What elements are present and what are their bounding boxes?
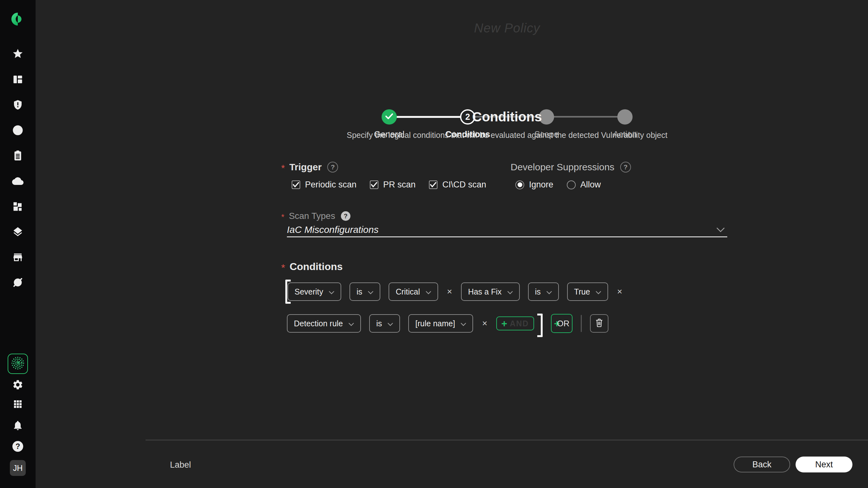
select-underline — [287, 236, 727, 237]
checkbox-label: Periodic scan — [305, 180, 356, 190]
checkbox-label: CI\CD scan — [442, 180, 486, 190]
group-bracket-close — [537, 313, 542, 337]
checkbox-label: PR scan — [383, 180, 415, 190]
radio-allow[interactable]: Allow — [567, 180, 601, 190]
plus-icon: + — [501, 318, 507, 329]
scan-types-label: Scan Types — [289, 211, 335, 221]
clipboard-icon — [12, 150, 24, 163]
radio-icon[interactable] — [567, 180, 576, 189]
chevron-down-icon — [461, 319, 466, 328]
chip-text: Severity — [294, 287, 323, 297]
checkbox-pr-scan[interactable]: PR scan — [370, 180, 415, 190]
delete-group-button[interactable] — [590, 314, 609, 333]
sidebar-item-apps[interactable] — [11, 398, 25, 412]
add-and-button[interactable]: + AND — [496, 316, 534, 330]
chip-text: [rule name] — [415, 319, 455, 328]
shield-alert-icon — [12, 99, 24, 112]
group-bracket-open — [285, 280, 291, 304]
checkbox-icon[interactable] — [370, 180, 378, 189]
back-button[interactable]: Back — [734, 457, 790, 472]
sidebar-item-layers[interactable] — [11, 225, 25, 240]
sidebar-item-widgets[interactable] — [11, 200, 25, 214]
chip-text: Detection rule — [294, 319, 343, 328]
trigger-heading: * Trigger ? — [281, 162, 338, 173]
bell-icon — [12, 420, 24, 432]
sidebar-item-dashboard[interactable] — [11, 73, 25, 87]
condition-value-select[interactable]: True — [567, 282, 608, 301]
chevron-down-icon — [348, 319, 354, 328]
condition-row-1: Severity is Critical × Has a Fix is True… — [287, 282, 623, 301]
storefront-icon — [12, 252, 24, 264]
chevron-down-icon — [368, 287, 373, 297]
sidebar-item-gauge[interactable] — [11, 276, 25, 290]
add-or-label: OR — [557, 319, 569, 329]
radio-label: Allow — [581, 180, 601, 190]
chip-text: is — [376, 319, 382, 328]
sidebar-item-reports[interactable] — [11, 149, 25, 163]
chip-text: is — [356, 287, 362, 297]
remove-condition-button[interactable]: × — [446, 286, 453, 297]
sidebar-item-cloud[interactable] — [11, 175, 25, 189]
sidebar: ? JH — [0, 0, 36, 488]
gauge-icon — [12, 277, 24, 289]
scan-types-select[interactable]: IaC Misconfigurations — [287, 224, 727, 235]
brand-logo-icon[interactable] — [11, 12, 25, 26]
sidebar-item-help[interactable]: ? — [11, 439, 25, 453]
page-subtitle: Specify the logical conditions that will… — [287, 130, 727, 140]
required-asterisk: * — [281, 213, 284, 221]
condition-operator-select[interactable]: is — [528, 282, 559, 301]
checkbox-cicd-scan[interactable]: CI\CD scan — [429, 180, 486, 190]
chevron-down-icon — [388, 319, 393, 328]
scan-types-help-icon[interactable]: ? — [341, 211, 350, 221]
required-asterisk: * — [281, 263, 285, 273]
target-icon — [12, 125, 24, 137]
checkbox-icon[interactable] — [292, 180, 300, 189]
layers-icon — [12, 226, 24, 239]
sidebar-item-favorites[interactable] — [11, 47, 25, 61]
next-button[interactable]: Next — [796, 457, 852, 472]
chip-text: Critical — [396, 287, 420, 297]
radio-label: Ignore — [529, 180, 554, 190]
remove-condition-button[interactable]: × — [616, 286, 623, 297]
developer-suppressions-options: Ignore Allow — [515, 180, 601, 190]
add-and-label: AND — [509, 319, 529, 328]
checkbox-periodic-scan[interactable]: Periodic scan — [292, 180, 356, 190]
sidebar-item-notifications[interactable] — [11, 419, 25, 433]
widgets-icon — [12, 201, 24, 214]
trash-icon — [594, 318, 604, 329]
condition-field-select[interactable]: Severity — [287, 282, 341, 301]
chevron-down-icon — [329, 287, 334, 297]
condition-operator-select[interactable]: is — [349, 282, 380, 301]
condition-field-select[interactable]: Has a Fix — [461, 282, 520, 301]
apps-grid-icon — [12, 398, 24, 411]
checkbox-icon[interactable] — [429, 180, 437, 189]
chevron-down-icon[interactable] — [716, 227, 725, 234]
condition-field-select[interactable]: Detection rule — [287, 314, 361, 333]
conditions-label: Conditions — [289, 261, 342, 273]
sidebar-item-security[interactable] — [11, 98, 25, 113]
dashboard-icon — [12, 74, 24, 86]
condition-operator-select[interactable]: is — [369, 314, 400, 333]
condition-value-select[interactable]: [rule name] — [408, 314, 473, 333]
chip-text: is — [535, 287, 541, 297]
trigger-help-icon[interactable]: ? — [327, 162, 338, 173]
scan-types-heading: * Scan Types ? — [281, 211, 350, 221]
trigger-options: Periodic scan PR scan CI\CD scan — [292, 180, 486, 190]
add-or-button[interactable]: + OR — [551, 314, 573, 333]
sidebar-item-active-policies[interactable] — [8, 354, 28, 374]
sidebar-item-marketplace[interactable] — [11, 251, 25, 265]
developer-suppressions-heading: Developer Suppressions ? — [510, 162, 631, 173]
developer-suppressions-help-icon[interactable]: ? — [620, 162, 631, 173]
radio-icon-selected[interactable] — [515, 180, 524, 189]
trigger-label: Trigger — [289, 162, 322, 173]
condition-value-select[interactable]: Critical — [389, 282, 438, 301]
sidebar-item-settings[interactable] — [11, 378, 25, 392]
help-icon: ? — [12, 441, 23, 452]
remove-condition-button[interactable]: × — [481, 318, 488, 329]
user-avatar[interactable]: JH — [10, 460, 26, 476]
sidebar-item-target[interactable] — [11, 124, 25, 138]
developer-suppressions-label: Developer Suppressions — [510, 162, 615, 173]
radio-ignore[interactable]: Ignore — [515, 180, 554, 190]
conditions-heading: * Conditions — [281, 261, 343, 273]
dotted-spiral-icon — [10, 356, 25, 372]
